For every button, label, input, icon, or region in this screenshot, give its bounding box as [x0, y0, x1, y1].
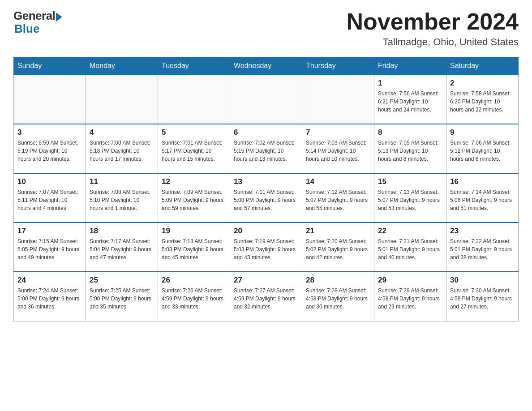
- day-number: 18: [90, 227, 154, 235]
- week-row-2: 10Sunrise: 7:07 AM Sunset: 5:11 PM Dayli…: [14, 173, 519, 223]
- day-number: 5: [162, 128, 226, 137]
- day-number: 2: [450, 79, 515, 88]
- calendar-cell: [86, 75, 158, 124]
- calendar-cell: [230, 75, 302, 124]
- calendar-cell: 25Sunrise: 7:25 AM Sunset: 5:00 PM Dayli…: [86, 272, 158, 321]
- header-wednesday: Wednesday: [230, 57, 302, 75]
- calendar-cell: 16Sunrise: 7:14 AM Sunset: 5:06 PM Dayli…: [446, 173, 519, 223]
- day-number: 8: [378, 128, 442, 137]
- day-number: 24: [17, 276, 82, 285]
- day-number: 17: [17, 227, 82, 235]
- header-saturday: Saturday: [446, 57, 519, 75]
- day-info: Sunrise: 7:19 AM Sunset: 5:03 PM Dayligh…: [234, 237, 298, 261]
- day-info: Sunrise: 7:02 AM Sunset: 5:15 PM Dayligh…: [234, 139, 298, 163]
- day-number: 21: [306, 227, 370, 235]
- header-sunday: Sunday: [14, 57, 86, 75]
- logo-general-text: General: [13, 9, 55, 23]
- day-info: Sunrise: 7:00 AM Sunset: 5:18 PM Dayligh…: [90, 139, 154, 163]
- calendar-cell: 1Sunrise: 7:56 AM Sunset: 6:21 PM Daylig…: [374, 75, 446, 124]
- day-info: Sunrise: 7:25 AM Sunset: 5:00 PM Dayligh…: [90, 287, 154, 311]
- calendar-cell: 6Sunrise: 7:02 AM Sunset: 5:15 PM Daylig…: [230, 124, 302, 173]
- month-title: November 2024: [347, 9, 519, 34]
- day-info: Sunrise: 7:18 AM Sunset: 5:03 PM Dayligh…: [162, 237, 226, 261]
- calendar-cell: 23Sunrise: 7:22 AM Sunset: 5:01 PM Dayli…: [446, 223, 519, 272]
- calendar-cell: [302, 75, 374, 124]
- calendar-cell: 20Sunrise: 7:19 AM Sunset: 5:03 PM Dayli…: [230, 223, 302, 272]
- header: General Blue November 2024 Tallmadge, Oh…: [13, 9, 519, 48]
- calendar-cell: 9Sunrise: 7:06 AM Sunset: 5:12 PM Daylig…: [446, 124, 519, 173]
- calendar-cell: 4Sunrise: 7:00 AM Sunset: 5:18 PM Daylig…: [86, 124, 158, 173]
- day-number: 11: [90, 177, 154, 186]
- calendar-cell: [158, 75, 230, 124]
- day-info: Sunrise: 7:06 AM Sunset: 5:12 PM Dayligh…: [450, 139, 515, 163]
- day-info: Sunrise: 7:05 AM Sunset: 5:13 PM Dayligh…: [378, 139, 442, 163]
- day-number: 27: [234, 276, 298, 285]
- day-info: Sunrise: 7:07 AM Sunset: 5:11 PM Dayligh…: [17, 188, 82, 212]
- day-info: Sunrise: 7:24 AM Sunset: 5:00 PM Dayligh…: [17, 287, 82, 311]
- calendar-cell: 27Sunrise: 7:27 AM Sunset: 4:59 PM Dayli…: [230, 272, 302, 321]
- calendar-cell: 15Sunrise: 7:13 AM Sunset: 5:07 PM Dayli…: [374, 173, 446, 223]
- day-info: Sunrise: 7:12 AM Sunset: 5:07 PM Dayligh…: [306, 188, 370, 212]
- header-friday: Friday: [374, 57, 446, 75]
- calendar-cell: 13Sunrise: 7:11 AM Sunset: 5:08 PM Dayli…: [230, 173, 302, 223]
- week-row-1: 3Sunrise: 6:59 AM Sunset: 5:19 PM Daylig…: [14, 124, 519, 173]
- header-thursday: Thursday: [302, 57, 374, 75]
- day-number: 15: [378, 177, 442, 186]
- day-number: 7: [306, 128, 370, 137]
- location-title: Tallmadge, Ohio, United States: [347, 36, 519, 48]
- day-info: Sunrise: 7:01 AM Sunset: 5:17 PM Dayligh…: [162, 139, 226, 163]
- day-info: Sunrise: 7:17 AM Sunset: 5:04 PM Dayligh…: [90, 237, 154, 261]
- header-monday: Monday: [86, 57, 158, 75]
- day-number: 20: [234, 227, 298, 235]
- day-number: 22: [378, 227, 442, 235]
- day-info: Sunrise: 7:56 AM Sunset: 6:21 PM Dayligh…: [378, 90, 442, 114]
- day-info: Sunrise: 7:08 AM Sunset: 5:10 PM Dayligh…: [90, 188, 154, 212]
- day-number: 26: [162, 276, 226, 285]
- day-info: Sunrise: 7:11 AM Sunset: 5:08 PM Dayligh…: [234, 188, 298, 212]
- calendar-cell: 21Sunrise: 7:20 AM Sunset: 5:02 PM Dayli…: [302, 223, 374, 272]
- day-number: 29: [378, 276, 442, 285]
- calendar-cell: 28Sunrise: 7:28 AM Sunset: 4:58 PM Dayli…: [302, 272, 374, 321]
- calendar-cell: 5Sunrise: 7:01 AM Sunset: 5:17 PM Daylig…: [158, 124, 230, 173]
- day-number: 23: [450, 227, 515, 235]
- day-info: Sunrise: 6:59 AM Sunset: 5:19 PM Dayligh…: [17, 139, 82, 163]
- calendar-cell: 14Sunrise: 7:12 AM Sunset: 5:07 PM Dayli…: [302, 173, 374, 223]
- calendar-cell: 18Sunrise: 7:17 AM Sunset: 5:04 PM Dayli…: [86, 223, 158, 272]
- day-number: 10: [17, 177, 82, 186]
- day-info: Sunrise: 7:14 AM Sunset: 5:06 PM Dayligh…: [450, 188, 515, 212]
- day-info: Sunrise: 7:30 AM Sunset: 4:58 PM Dayligh…: [450, 287, 515, 311]
- calendar-cell: [14, 75, 86, 124]
- header-tuesday: Tuesday: [158, 57, 230, 75]
- day-info: Sunrise: 7:03 AM Sunset: 5:14 PM Dayligh…: [306, 139, 370, 163]
- calendar-cell: 11Sunrise: 7:08 AM Sunset: 5:10 PM Dayli…: [86, 173, 158, 223]
- day-info: Sunrise: 7:58 AM Sunset: 6:20 PM Dayligh…: [450, 90, 515, 114]
- logo-arrow-icon: [56, 13, 62, 21]
- day-number: 28: [306, 276, 370, 285]
- day-number: 13: [234, 177, 298, 186]
- day-info: Sunrise: 7:26 AM Sunset: 4:59 PM Dayligh…: [162, 287, 226, 311]
- calendar-cell: 7Sunrise: 7:03 AM Sunset: 5:14 PM Daylig…: [302, 124, 374, 173]
- calendar-cell: 3Sunrise: 6:59 AM Sunset: 5:19 PM Daylig…: [14, 124, 86, 173]
- calendar-cell: 12Sunrise: 7:09 AM Sunset: 5:09 PM Dayli…: [158, 173, 230, 223]
- week-row-0: 1Sunrise: 7:56 AM Sunset: 6:21 PM Daylig…: [14, 75, 519, 124]
- calendar-cell: 24Sunrise: 7:24 AM Sunset: 5:00 PM Dayli…: [14, 272, 86, 321]
- day-number: 9: [450, 128, 515, 137]
- day-number: 16: [450, 177, 515, 186]
- day-info: Sunrise: 7:27 AM Sunset: 4:59 PM Dayligh…: [234, 287, 298, 311]
- day-number: 25: [90, 276, 154, 285]
- day-info: Sunrise: 7:15 AM Sunset: 5:05 PM Dayligh…: [17, 237, 82, 261]
- calendar-cell: 19Sunrise: 7:18 AM Sunset: 5:03 PM Dayli…: [158, 223, 230, 272]
- day-number: 30: [450, 276, 515, 285]
- calendar-header-row: SundayMondayTuesdayWednesdayThursdayFrid…: [14, 57, 519, 75]
- day-info: Sunrise: 7:29 AM Sunset: 4:58 PM Dayligh…: [378, 287, 442, 311]
- week-row-3: 17Sunrise: 7:15 AM Sunset: 5:05 PM Dayli…: [14, 223, 519, 272]
- title-section: November 2024 Tallmadge, Ohio, United St…: [347, 9, 519, 48]
- logo-blue-text: Blue: [14, 22, 39, 36]
- day-number: 4: [90, 128, 154, 137]
- calendar-cell: 8Sunrise: 7:05 AM Sunset: 5:13 PM Daylig…: [374, 124, 446, 173]
- day-info: Sunrise: 7:13 AM Sunset: 5:07 PM Dayligh…: [378, 188, 442, 212]
- day-info: Sunrise: 7:20 AM Sunset: 5:02 PM Dayligh…: [306, 237, 370, 261]
- day-number: 1: [378, 79, 442, 88]
- calendar-cell: 17Sunrise: 7:15 AM Sunset: 5:05 PM Dayli…: [14, 223, 86, 272]
- calendar-cell: 22Sunrise: 7:21 AM Sunset: 5:01 PM Dayli…: [374, 223, 446, 272]
